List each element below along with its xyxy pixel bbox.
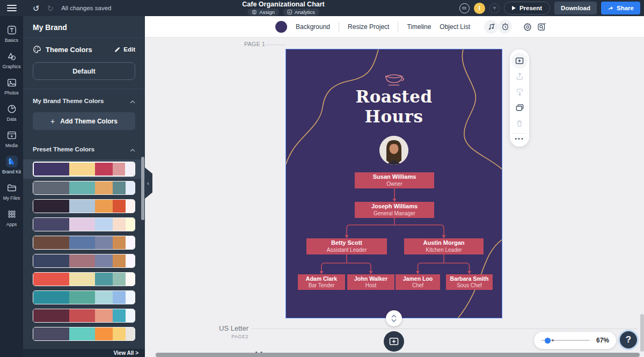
palette-color <box>95 254 113 267</box>
music-icon[interactable] <box>484 20 498 34</box>
sidebar-item-apps[interactable]: Apps <box>0 205 23 231</box>
sidebar-item-data[interactable]: Data <box>0 99 23 126</box>
comments-icon[interactable] <box>459 3 470 13</box>
add-page-icon-button[interactable] <box>511 53 528 69</box>
sidebar-item-brand-kit[interactable]: Brand Kit <box>0 152 23 178</box>
sidebar-item-my-files[interactable]: My Files <box>0 178 23 205</box>
object-list-button[interactable]: Object List <box>440 23 479 31</box>
org-node-jamen-loo[interactable]: Jamen Loo Chef <box>396 274 440 290</box>
palette-row[interactable] <box>33 327 135 341</box>
sidebar-item-basics[interactable]: Basics <box>0 20 23 47</box>
add-new-page-button[interactable] <box>384 331 404 352</box>
org-node-betty-scott[interactable]: Betty Scott Assistant Leader <box>306 238 387 254</box>
more-options-icon[interactable]: ••• <box>515 136 524 144</box>
view-all-link[interactable]: View All > <box>114 350 138 356</box>
owner-photo-avatar[interactable] <box>379 136 408 165</box>
palette-row[interactable] <box>33 272 135 286</box>
brand-title[interactable]: Roasted Hours <box>286 87 502 127</box>
panel-collapse-handle[interactable]: ‹ <box>145 167 152 199</box>
design-page[interactable]: Roasted Hours <box>286 49 502 318</box>
hamburger-menu-icon[interactable] <box>0 0 23 16</box>
basics-icon <box>6 24 18 36</box>
move-page-up-button[interactable] <box>511 69 528 84</box>
autosave-status: All changes saved <box>61 5 111 11</box>
palette-row[interactable] <box>33 309 135 323</box>
palette-color <box>95 273 113 286</box>
vertical-scrollbar[interactable] <box>640 314 644 352</box>
org-node-austin-morgan[interactable]: Austin Morgan Kitchen Leader <box>404 238 484 254</box>
add-collaborator-icon[interactable]: + <box>489 3 500 13</box>
move-page-down-button[interactable] <box>511 84 528 100</box>
document-title[interactable]: Cafe Organizational Chart <box>242 1 325 8</box>
page-1-label: PAGE 1 <box>244 41 265 47</box>
assign-button[interactable]: Assign <box>247 9 279 16</box>
palette-row[interactable] <box>33 254 135 268</box>
page-resize-handle[interactable] <box>386 310 402 326</box>
duplicate-icon <box>515 103 524 112</box>
palette-color <box>69 309 95 322</box>
brand-kit-icon <box>6 156 18 167</box>
horizontal-scrollbar[interactable] <box>156 353 640 357</box>
theme-colors-heading: Theme Colors <box>46 46 92 54</box>
sidebar-item-graphics[interactable]: Graphics <box>0 47 23 73</box>
palette-row[interactable] <box>33 181 135 195</box>
data-icon <box>6 103 18 115</box>
palette-row[interactable] <box>33 217 135 231</box>
preview-icon[interactable] <box>535 20 548 34</box>
palette-row[interactable] <box>33 290 135 304</box>
download-button[interactable]: Download <box>554 2 597 14</box>
palette-row[interactable] <box>33 236 135 250</box>
org-node-adam-clark[interactable]: Adam Clark Bar Tender <box>298 274 345 290</box>
timeline-button[interactable]: Timeline <box>398 23 440 31</box>
palette-icon <box>33 45 41 54</box>
palette-color <box>126 236 135 249</box>
preset-theme-colors-section[interactable]: Preset Theme Colors <box>23 137 145 158</box>
org-node-john-walker[interactable]: John Walker Host <box>347 274 394 290</box>
background-color-swatch[interactable] <box>275 21 287 33</box>
default-theme-button[interactable]: Default <box>33 62 135 80</box>
zoom-slider-thumb[interactable] <box>545 338 551 344</box>
share-button[interactable]: Share <box>601 2 640 14</box>
chevron-up-icon <box>130 96 135 106</box>
palette-color <box>126 181 135 194</box>
add-theme-colors-button[interactable]: + Add Theme Colors <box>33 112 135 130</box>
background-button[interactable]: Background <box>287 23 339 31</box>
my-brand-theme-colors-section[interactable]: My Brand Theme Colors <box>23 89 145 110</box>
palette-row[interactable] <box>33 162 135 177</box>
delete-page-button[interactable] <box>511 115 528 131</box>
palette-color <box>33 291 69 304</box>
palette-color <box>95 163 113 176</box>
present-button[interactable]: Present <box>504 2 550 14</box>
org-node-barbara-smith[interactable]: Barbara Smith Sous Chef <box>446 274 493 290</box>
palette-color <box>69 327 95 340</box>
sidebar-item-media[interactable]: Media <box>0 126 23 152</box>
user-avatar[interactable]: I <box>474 3 485 14</box>
redo-icon[interactable]: ↻ <box>47 4 54 12</box>
palette-color <box>113 291 125 304</box>
canvas-area: Background Resize Project Timeline Objec… <box>145 16 644 357</box>
preset-palette-list <box>23 158 145 343</box>
palette-color <box>33 218 69 231</box>
page-actions-toolbar: ••• <box>510 49 529 147</box>
org-node-susan-williams[interactable]: Susan Williams Owner <box>355 172 434 188</box>
help-button[interactable]: ? <box>618 330 639 350</box>
zoom-slider[interactable] <box>541 340 590 341</box>
timer-icon[interactable] <box>498 20 512 34</box>
palette-color <box>69 200 95 213</box>
palette-color <box>69 254 95 267</box>
canvas-toolbar: Background Resize Project Timeline Objec… <box>145 16 644 38</box>
duplicate-page-button[interactable] <box>511 100 528 115</box>
palette-row[interactable] <box>33 199 135 213</box>
sidebar-item-photos[interactable]: Photos <box>0 73 23 99</box>
palette-color <box>33 309 69 322</box>
palette-color <box>113 181 125 194</box>
undo-icon[interactable]: ↺ <box>33 4 40 12</box>
palette-color <box>95 200 113 213</box>
settings-gear-icon[interactable] <box>521 20 535 34</box>
analytics-button[interactable]: Analytics <box>283 9 319 16</box>
resize-project-button[interactable]: Resize Project <box>339 23 398 31</box>
panel-scrollbar[interactable] <box>141 157 144 220</box>
add-page-icon <box>515 56 524 65</box>
edit-theme-colors-button[interactable]: Edit <box>114 46 135 53</box>
org-node-joseph-williams[interactable]: Joseph Williams General Manager <box>355 202 434 218</box>
